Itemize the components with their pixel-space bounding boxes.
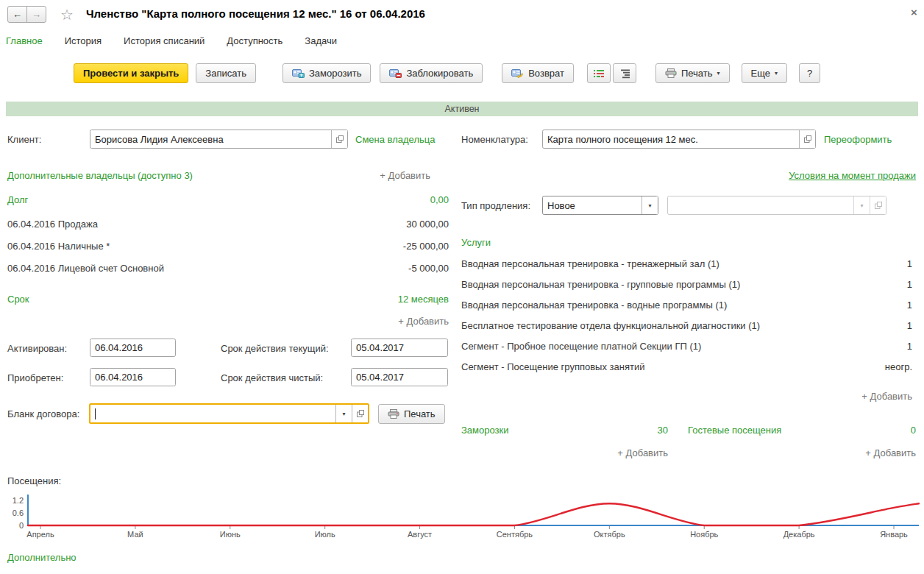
list-check-icon [593,68,605,79]
debt-row-label: 06.04.2016 Наличные * [7,241,110,252]
membership-card-window: ← → ☆ Членство "Карта полного посещения … [0,0,924,574]
back-button[interactable]: ← [7,6,27,23]
service-row-name: Сегмент - Посещение групповых занятий [461,361,644,372]
print-menu-button[interactable]: Печать ▾ [655,63,730,83]
current-term-input[interactable] [351,339,448,357]
svg-text:Сентябрь: Сентябрь [497,530,533,539]
dropdown-arrow-icon: ▾ [860,202,863,209]
freeze-card-icon [292,68,305,78]
toolbar: Провести и закрыть Записать Заморозить [74,63,820,83]
client-input[interactable] [90,130,331,148]
contract-blank-input[interactable] [96,405,335,422]
purchased-label: Приобретен: [7,372,63,383]
activated-input[interactable] [90,339,176,357]
structure-button[interactable] [613,63,636,83]
refund-button[interactable]: Возврат [502,63,574,83]
add-guest-visit-link[interactable]: + Добавить [798,447,916,458]
dropdown-arrow-icon: ▾ [342,411,345,417]
debt-total: 0,00 [331,194,449,205]
block-label: Заблокировать [406,68,473,79]
reissue-link[interactable]: Переоформить [824,134,892,145]
nomenclature-field [542,130,816,149]
svg-text:0: 0 [19,521,24,530]
forward-button[interactable]: → [26,6,46,23]
term-title: Срок [7,294,29,305]
term-value: 12 месяцев [331,294,449,305]
activated-label: Активирован: [7,343,67,354]
dropdown-arrow-icon: ▾ [717,70,720,77]
help-button[interactable]: ? [799,63,820,83]
debt-row-amount: 30 000,00 [309,219,449,230]
purchased-input[interactable] [90,368,176,386]
service-row-count: 1 [831,320,912,331]
tab-dostupnost[interactable]: Доступность [227,35,282,46]
contract-blank-label: Бланк договора: [7,408,79,419]
service-row-name: Вводная персональная тренировка - тренаж… [461,258,719,269]
refund-card-icon [511,68,524,78]
nav-buttons: ← → [7,6,46,23]
print-contract-label: Печать [404,408,436,419]
renewal-extra-input[interactable] [668,196,853,214]
printer-icon [665,68,677,78]
current-term-label: Срок действия текущий: [221,343,329,354]
list-check-button[interactable] [587,63,611,83]
dropdown-arrow-icon: ▾ [775,70,778,77]
service-row-count: 1 [831,300,912,311]
back-arrow-icon: ← [13,9,22,20]
nomenclature-pick-button[interactable] [799,130,815,148]
svg-text:0.6: 0.6 [13,509,24,517]
change-owner-link[interactable]: Смена владельца [355,134,435,145]
contract-pick-button[interactable] [352,405,368,422]
post-and-close-label: Провести и закрыть [83,68,179,79]
contract-blank-field: ▾ [89,403,369,424]
svg-text:Октябрь: Октябрь [594,530,625,539]
svg-text:Май: Май [127,530,143,539]
print-contract-button[interactable]: Печать [378,404,445,424]
freezes-value: 30 [603,425,668,436]
add-term-link[interactable]: + Добавить [331,316,449,327]
post-and-close-button[interactable]: Провести и закрыть [74,63,188,83]
svg-text:Январь: Январь [880,530,908,539]
service-row-count: неогр. [831,361,912,372]
contract-dropdown-button[interactable]: ▾ [335,405,352,422]
renewal-extra-dropdown-button[interactable]: ▾ [853,196,870,214]
debt-row-amount: -5 000,00 [309,263,449,274]
tab-istoriya-spisaniy[interactable]: История списаний [124,35,205,46]
client-pick-button[interactable] [331,130,347,148]
renewal-extra-pick-button[interactable] [870,196,886,214]
tab-zadachi[interactable]: Задачи [305,35,337,46]
service-row-count: 1 [831,279,912,290]
svg-text:Август: Август [408,530,432,539]
debt-row-label: 06.04.2016 Продажа [7,219,98,230]
more-label: Еще [751,68,770,79]
nomenclature-input[interactable] [543,130,799,148]
freeze-button[interactable]: Заморозить [282,63,372,83]
additional-section-link[interactable]: Дополнительно [7,552,77,563]
renewal-type-select: ▾ [542,196,658,215]
save-label: Записать [205,68,246,79]
nomenclature-label: Номенклатура: [461,134,528,145]
guest-visits-value: 0 [851,425,916,436]
add-owner-link[interactable]: + Добавить [309,170,430,181]
open-picker-icon [356,409,365,418]
print-label: Печать [681,68,713,79]
svg-text:Апрель: Апрель [26,530,54,539]
net-term-input[interactable] [351,368,448,386]
debt-title: Долг [7,194,28,205]
add-freeze-link[interactable]: + Добавить [550,447,668,458]
save-button[interactable]: Записать [196,63,256,83]
renewal-dropdown-button[interactable]: ▾ [642,196,658,214]
more-button[interactable]: Еще ▾ [742,63,787,83]
svg-text:Ноябрь: Ноябрь [690,530,718,539]
tab-glavnoe[interactable]: Главное [6,35,43,46]
tab-istoriya[interactable]: История [65,35,102,46]
additional-owners-title: Дополнительные владельцы (доступно 3) [7,170,193,181]
block-button[interactable]: Заблокировать [380,63,483,83]
guest-visits-title: Гостевые посещения [688,425,781,436]
close-icon[interactable]: × [911,6,917,18]
visits-chart-title: Посещения: [7,475,61,486]
renewal-type-input[interactable] [543,196,642,214]
add-service-link[interactable]: + Добавить [798,391,912,402]
favorite-star-icon[interactable]: ☆ [60,7,74,23]
sale-terms-link[interactable]: Условия на момент продажи [736,170,916,181]
